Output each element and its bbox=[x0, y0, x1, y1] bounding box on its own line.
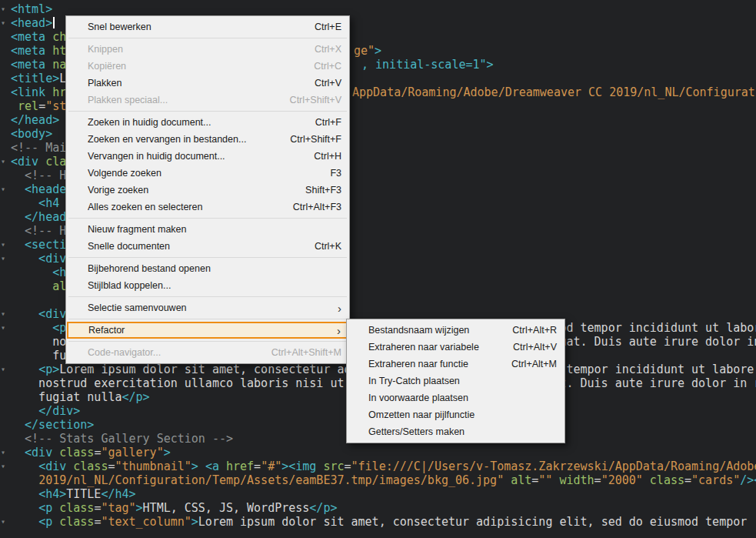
code-segment bbox=[504, 473, 511, 487]
menu-separator bbox=[68, 38, 347, 38]
menu-item-zoeken-en-vervangen-in-bestanden[interactable]: Zoeken en vervangen in bestanden...Ctrl+… bbox=[66, 131, 349, 148]
menu-item-plakken-speciaal[interactable]: Plakken speciaal...Ctrl+Shift+V bbox=[66, 92, 349, 109]
code-segment: "thumbnail" bbox=[115, 459, 191, 473]
menu-shortcut: Ctrl+F bbox=[315, 117, 341, 128]
menu-item-label: Extraheren naar variabele bbox=[368, 342, 495, 353]
menu-item-label: Kopiëren bbox=[88, 61, 295, 72]
code-segment-right: AppData/Roaming/Adobe/Dreamweaver CC 201… bbox=[352, 85, 756, 99]
fold-arrow-icon[interactable]: ▾ bbox=[1, 364, 5, 375]
menu-item-vervangen-in-huidig-document[interactable]: Vervangen in huidig document...Ctrl+H bbox=[66, 148, 349, 165]
code-segment bbox=[11, 487, 38, 501]
menu-item-knippen[interactable]: KnippenCtrl+X bbox=[66, 41, 349, 58]
menu-item-label: Bijbehorend bestand openen bbox=[88, 263, 341, 274]
code-segment: al bbox=[52, 279, 66, 293]
menu-item-zoeken-in-huidig-document[interactable]: Zoeken in huidig document...Ctrl+F bbox=[66, 114, 349, 131]
menu-item-label: Knippen bbox=[88, 44, 296, 55]
menu-item-label: In voorwaarde plaatsen bbox=[368, 393, 557, 403]
code-segment: = bbox=[38, 99, 45, 113]
code-segment: href bbox=[226, 459, 254, 473]
code-segment: > bbox=[375, 44, 381, 58]
code-line[interactable]: ▾ <div class="gallery"> bbox=[0, 446, 756, 459]
menu-item-selectie-samenvouwen[interactable]: Selectie samenvouwen› bbox=[66, 299, 349, 316]
code-segment: class bbox=[59, 515, 94, 529]
code-segment bbox=[11, 501, 38, 515]
code-segment-right: ge"> bbox=[354, 44, 381, 58]
code-segment: <html> bbox=[11, 2, 52, 16]
fold-arrow-icon[interactable]: ▾ bbox=[1, 184, 5, 195]
code-segment: </section> bbox=[25, 418, 94, 432]
fold-arrow-icon[interactable]: ▾ bbox=[1, 18, 5, 28]
menu-item-bestandsnaam-wijzigen[interactable]: Bestandsnaam wijzigenCtrl+Alt+R bbox=[347, 322, 565, 339]
menu-item-in-try-catch-plaatsen[interactable]: In Try-Catch plaatsen bbox=[347, 373, 565, 389]
fold-arrow-icon[interactable]: ▾ bbox=[1, 516, 5, 527]
code-segment: na bbox=[52, 58, 66, 72]
menu-item-snelle-documenten[interactable]: Snelle documentenCtrl+K bbox=[66, 238, 349, 255]
menu-shortcut: Ctrl+Shift+F bbox=[290, 134, 341, 145]
code-segment: "#" bbox=[261, 459, 281, 473]
code-line[interactable]: ▾ <div class="thumbnail"> <a href="#"><i… bbox=[0, 459, 756, 473]
menu-item-bijbehorend-bestand-openen[interactable]: Bijbehorend bestand openen bbox=[66, 260, 349, 277]
fold-arrow-icon[interactable]: ▾ bbox=[1, 447, 5, 458]
menu-shortcut: Ctrl+V bbox=[315, 78, 341, 89]
menu-item-stijlblad-koppelen[interactable]: Stijlblad koppelen... bbox=[66, 277, 349, 294]
code-segment: > bbox=[191, 515, 198, 529]
menu-item-omzetten-naar-pijlfunctie[interactable]: Omzetten naar pijlfunctie bbox=[347, 406, 565, 423]
menu-item-volgende-zoeken[interactable]: Volgende zoekenF3 bbox=[66, 165, 349, 182]
code-segment: <!-- Mai bbox=[11, 141, 66, 155]
context-menu: Snel bewerkenCtrl+EKnippenCtrl+XKopiëren… bbox=[65, 15, 350, 364]
menu-item-refactor[interactable]: Refactor› bbox=[67, 322, 348, 339]
menu-separator bbox=[68, 319, 347, 319]
code-segment: <p> bbox=[38, 363, 59, 376]
code-segment: <p bbox=[38, 515, 59, 529]
code-segment: HTML, CSS, JS, WordPress bbox=[143, 501, 310, 515]
code-line[interactable]: ▾ <p class="text_column">Lorem ipsum dol… bbox=[0, 515, 756, 529]
code-segment: <p bbox=[38, 501, 59, 515]
fold-arrow-icon[interactable]: ▾ bbox=[1, 239, 5, 250]
code-segment: "gallery" bbox=[101, 446, 163, 459]
menu-item-kopi-ren[interactable]: KopiërenCtrl+C bbox=[66, 58, 349, 75]
menu-item-getters-setters-maken[interactable]: Getters/Setters maken bbox=[347, 423, 565, 440]
menu-item-vorige-zoeken[interactable]: Vorige zoekenShift+F3 bbox=[66, 182, 349, 199]
fold-arrow-icon[interactable]: ▾ bbox=[1, 156, 5, 167]
menu-item-extraheren-naar-variabele[interactable]: Extraheren naar variabeleCtrl+Alt+V bbox=[347, 339, 565, 356]
code-segment: </p> bbox=[309, 501, 337, 515]
code-segment: />< bbox=[740, 473, 756, 487]
menu-item-label: Zoeken in huidig document... bbox=[88, 117, 297, 128]
fold-arrow-icon[interactable]: ▾ bbox=[1, 4, 5, 15]
code-segment: </div> bbox=[38, 404, 80, 418]
menu-item-plakken[interactable]: PlakkenCtrl+V bbox=[66, 75, 349, 92]
code-segment: <header bbox=[11, 182, 73, 196]
submenu-arrow-icon: › bbox=[337, 325, 341, 336]
menu-item-nieuw-fragment-maken[interactable]: Nieuw fragment maken bbox=[66, 221, 349, 238]
refactor-submenu: Bestandsnaam wijzigenCtrl+Alt+RExtrahere… bbox=[346, 319, 565, 443]
code-line[interactable]: 2019/nl_NL/Configuration/Temp/Assets/eam… bbox=[0, 473, 756, 487]
menu-item-label: Alles zoeken en selecteren bbox=[88, 202, 275, 212]
fold-arrow-icon[interactable]: ▾ bbox=[1, 309, 5, 319]
code-line[interactable]: ▾<html> bbox=[0, 2, 756, 16]
fold-arrow-icon[interactable]: ▾ bbox=[1, 253, 5, 264]
menu-item-code-navigator[interactable]: Code-navigator...Ctrl+Alt+Shift+M bbox=[66, 344, 349, 361]
code-segment: <h4 bbox=[11, 196, 59, 210]
fold-arrow-icon[interactable]: ▾ bbox=[1, 461, 5, 472]
code-segment: class bbox=[59, 501, 94, 515]
code-segment bbox=[11, 446, 25, 459]
code-segment: <link bbox=[11, 85, 52, 99]
menu-item-in-voorwaarde-plaatsen[interactable]: In voorwaarde plaatsen bbox=[347, 389, 565, 406]
code-segment: ht bbox=[52, 44, 66, 58]
menu-item-snel-bewerken[interactable]: Snel bewerkenCtrl+E bbox=[66, 18, 349, 35]
code-segment: <!-- H bbox=[25, 169, 66, 182]
code-segment: ge" bbox=[354, 44, 375, 58]
code-segment: <!-- Stats Gallery Section --> bbox=[25, 432, 233, 446]
code-line[interactable]: <p class="tag">HTML, CSS, JS, WordPress<… bbox=[0, 501, 756, 515]
menu-item-extraheren-naar-functie[interactable]: Extraheren naar functieCtrl+Alt+M bbox=[347, 356, 565, 373]
menu-item-label: Zoeken en vervangen in bestanden... bbox=[88, 134, 271, 145]
fold-arrow-icon[interactable]: ▾ bbox=[1, 322, 5, 333]
menu-item-alles-zoeken-en-selecteren[interactable]: Alles zoeken en selecterenCtrl+Alt+F3 bbox=[66, 199, 349, 216]
menu-item-label: Volgende zoeken bbox=[88, 168, 311, 179]
code-line[interactable]: <h4>TITLE</h4> bbox=[0, 487, 756, 501]
code-segment: <h bbox=[11, 266, 66, 279]
code-segment bbox=[11, 363, 38, 376]
code-segment bbox=[11, 99, 18, 113]
code-segment: width bbox=[559, 473, 594, 487]
code-segment: <div bbox=[38, 459, 73, 473]
